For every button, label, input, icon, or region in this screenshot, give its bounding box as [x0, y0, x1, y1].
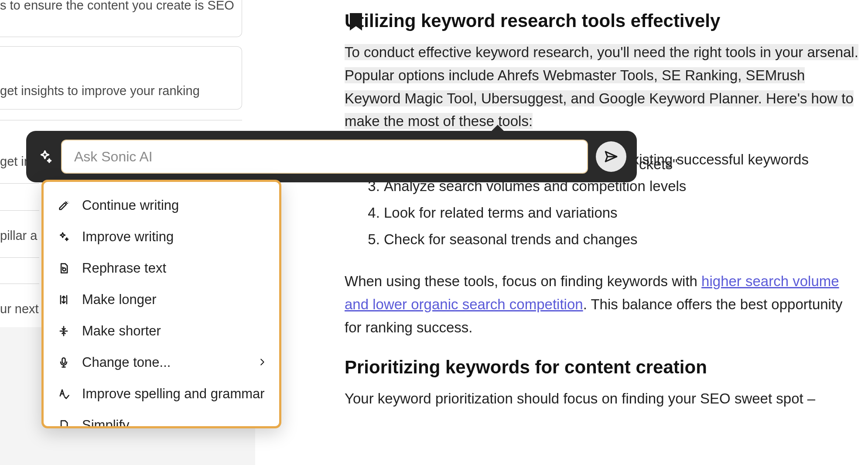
sidebar-text-fragment: s to ensure the content you create is SE… — [0, 0, 236, 14]
article-paragraph[interactable]: Your keyword prioritization should focus… — [345, 387, 859, 410]
menu-item-label: Change tone... — [82, 355, 171, 370]
ai-input[interactable] — [74, 149, 575, 165]
collapse-vertical-icon — [57, 324, 71, 338]
sidebar-text-fragment: pillar a — [0, 227, 37, 245]
menu-improve-writing[interactable]: Improve writing — [44, 221, 279, 253]
sparkle-icon — [37, 148, 53, 165]
spellcheck-icon — [57, 387, 71, 401]
text-span: When using these tools, focus on finding… — [345, 273, 701, 289]
sidebar-divider — [0, 257, 39, 258]
menu-item-label: Improve spelling and grammar — [82, 386, 265, 402]
menu-make-longer[interactable]: Make longer — [44, 284, 279, 315]
menu-item-label: Continue writing — [82, 198, 179, 213]
article-paragraph[interactable]: To conduct effective keyword research, y… — [345, 41, 859, 133]
list-item[interactable]: Check for seasonal trends and changes — [384, 226, 859, 253]
menu-simplify[interactable]: Simplify — [44, 410, 279, 428]
menu-item-label: Improve writing — [82, 229, 174, 245]
sparkle-icon — [57, 230, 71, 244]
sidebar-text-fragment: get insights to improve your ranking — [0, 82, 236, 100]
document-icon — [57, 418, 71, 428]
svg-point-1 — [68, 201, 68, 202]
svg-point-2 — [68, 202, 69, 203]
ai-prompt-bar — [26, 131, 637, 182]
article-body: Utilizing keyword research tools effecti… — [345, 0, 859, 424]
menu-rephrase-text[interactable]: Rephrase text — [44, 253, 279, 284]
menu-change-tone[interactable]: Change tone... — [44, 347, 279, 378]
sidebar-divider — [0, 284, 39, 284]
ai-action-menu: Continue writing Improve writing Rephras… — [41, 180, 281, 428]
menu-make-shorter[interactable]: Make shorter — [44, 315, 279, 347]
expand-vertical-icon — [57, 293, 71, 307]
sidebar-divider — [0, 120, 242, 120]
send-icon — [604, 149, 619, 164]
chevron-right-icon — [257, 355, 267, 370]
selected-text[interactable]: To conduct effective keyword research, y… — [345, 44, 858, 129]
svg-rect-3 — [62, 358, 65, 364]
sidebar-text-fragment: ur next — [0, 300, 39, 318]
obscured-text-peek: ckets" — [639, 156, 678, 173]
pencil-icon — [57, 198, 71, 212]
send-button[interactable] — [596, 141, 626, 172]
sidebar-card — [0, 46, 242, 109]
list-item[interactable]: Look for related terms and variations — [384, 199, 859, 226]
menu-continue-writing[interactable]: Continue writing — [44, 190, 279, 221]
menu-item-label: Rephrase text — [82, 260, 166, 276]
bookmark-icon — [347, 12, 365, 35]
section-heading: Prioritizing keywords for content creati… — [345, 357, 859, 378]
menu-item-label: Simplify — [82, 417, 130, 428]
sidebar-divider — [0, 183, 39, 184]
menu-item-label: Make shorter — [82, 323, 161, 339]
article-paragraph[interactable]: When using these tools, focus on finding… — [345, 270, 859, 339]
microphone-icon — [57, 356, 71, 369]
refresh-document-icon — [57, 261, 71, 275]
ai-input-wrap[interactable] — [61, 140, 588, 174]
sidebar-divider — [0, 210, 39, 211]
menu-item-label: Make longer — [82, 292, 157, 308]
menu-improve-grammar[interactable]: Improve spelling and grammar — [44, 378, 279, 410]
section-heading: Utilizing keyword research tools effecti… — [345, 10, 859, 31]
